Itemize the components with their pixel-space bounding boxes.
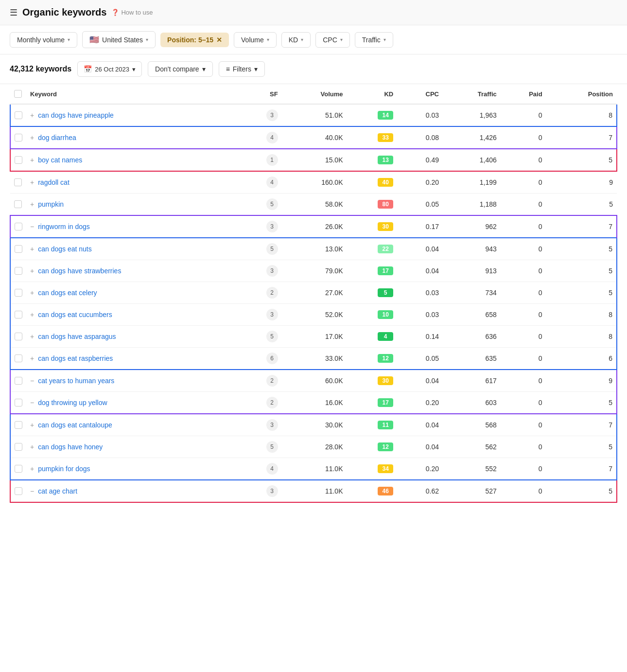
row-checkbox[interactable] [15,443,22,451]
keyword-link[interactable]: boy cat names [38,156,82,164]
plus-icon[interactable]: + [30,421,34,429]
position-cell: 5 [546,149,617,171]
plus-icon[interactable]: + [30,200,34,208]
keyword-cell: − dog throwing up yellow [26,392,240,414]
volume-cell: 58.0K [282,194,347,216]
keyword-link[interactable]: can dogs eat cucumbers [38,311,112,318]
plus-icon[interactable]: + [30,245,34,253]
plus-icon[interactable]: + [30,156,34,164]
plus-icon[interactable]: + [30,111,34,119]
row-checkbox[interactable] [15,156,22,164]
country-filter[interactable]: 🇺🇸 United States ▾ [82,31,156,48]
minus-icon[interactable]: − [30,487,34,495]
row-checkbox[interactable] [15,421,22,429]
plus-icon[interactable]: + [30,354,34,362]
kd-cell: 40 [347,171,398,194]
table-row: + dog diarrhea 440.0K330.081,42607 [10,126,617,149]
kd-cell: 17 [347,392,398,414]
row-checkbox[interactable] [15,399,22,407]
traffic-cell: 617 [443,370,501,392]
keyword-cell: − cat years to human years [26,370,240,392]
kd-column-header[interactable]: KD [347,84,398,104]
sf-badge: 3 [266,265,278,277]
keyword-link[interactable]: can dogs eat raspberries [38,354,113,362]
plus-icon[interactable]: + [30,267,34,275]
plus-icon[interactable]: + [30,289,34,297]
row-checkbox[interactable] [14,178,22,186]
keyword-link[interactable]: dog throwing up yellow [38,399,107,407]
row-checkbox[interactable] [14,200,22,208]
page-title: Organic keywords [22,7,106,18]
keyword-link[interactable]: cat age chart [38,487,77,495]
row-checkbox[interactable] [15,134,22,141]
plus-icon[interactable]: + [30,465,34,473]
paid-column-header[interactable]: Paid [501,84,546,104]
row-checkbox[interactable] [15,487,22,495]
keyword-link[interactable]: can dogs have honey [38,443,103,451]
keyword-link[interactable]: can dogs eat nuts [38,245,92,253]
row-checkbox[interactable] [15,267,22,275]
hamburger-icon[interactable]: ☰ [10,7,17,18]
sf-badge: 3 [266,419,278,431]
keyword-link[interactable]: can dogs eat cantaloupe [38,421,112,429]
plus-icon[interactable]: + [30,178,34,186]
plus-icon[interactable]: + [30,311,34,318]
keyword-link[interactable]: can dogs have asparagus [38,333,116,340]
paid-cell: 0 [501,171,546,194]
traffic-column-header[interactable]: Traffic [443,84,501,104]
row-checkbox[interactable] [15,223,22,230]
select-all-checkbox[interactable] [14,90,22,98]
cpc-cell: 0.03 [397,104,443,126]
keyword-link[interactable]: dog diarrhea [38,134,76,141]
plus-icon[interactable]: + [30,333,34,340]
row-checkbox[interactable] [15,377,22,385]
monthly-volume-filter[interactable]: Monthly volume ▾ [10,32,77,48]
row-checkbox[interactable] [15,289,22,297]
paid-cell: 0 [501,458,546,480]
row-checkbox[interactable] [15,311,22,318]
volume-filter[interactable]: Volume ▾ [234,32,277,48]
paid-cell: 0 [501,414,546,436]
row-checkbox[interactable] [15,354,22,362]
keyword-link[interactable]: pumpkin for dogs [38,465,90,473]
keyword-link[interactable]: can dogs eat celery [38,289,97,297]
compare-button[interactable]: Don't compare ▾ [148,61,213,77]
sf-column-header[interactable]: SF [240,84,281,104]
position-column-header[interactable]: Position [546,84,617,104]
chevron-down-icon: ▾ [146,37,148,42]
kd-badge: 14 [378,111,393,120]
close-icon[interactable]: ✕ [216,36,222,44]
kd-filter[interactable]: KD ▾ [281,32,311,48]
minus-icon[interactable]: − [30,399,34,407]
kd-cell: 4 [347,326,398,348]
row-checkbox[interactable] [15,245,22,253]
traffic-cell: 562 [443,436,501,458]
how-to-use-link[interactable]: ❓ How to use [111,9,153,16]
kd-badge: 30 [378,222,393,231]
row-checkbox-cell [10,260,26,282]
traffic-filter[interactable]: Traffic ▾ [355,32,393,48]
keyword-link[interactable]: can dogs have pineapple [38,111,114,119]
table-row: + can dogs eat cantaloupe 330.0K110.0456… [10,414,617,436]
filters-button[interactable]: ≡ Filters ▾ [219,61,265,77]
plus-icon[interactable]: + [30,443,34,451]
keyword-link[interactable]: cat years to human years [38,377,114,385]
keyword-link[interactable]: can dogs have strawberries [38,267,121,275]
keyword-link[interactable]: ragdoll cat [38,178,70,186]
minus-icon[interactable]: − [30,223,34,230]
date-picker[interactable]: 📅 26 Oct 2023 ▾ [77,61,142,77]
row-checkbox[interactable] [15,333,22,340]
row-checkbox[interactable] [15,465,22,473]
keyword-column-header[interactable]: Keyword [26,84,240,104]
keyword-link[interactable]: pumpkin [38,200,64,208]
volume-column-header[interactable]: Volume [282,84,347,104]
minus-icon[interactable]: − [30,377,34,385]
cpc-column-header[interactable]: CPC [397,84,443,104]
sf-badge: 1 [266,154,278,166]
cpc-filter[interactable]: CPC ▾ [315,32,350,48]
plus-icon[interactable]: + [30,134,34,141]
cpc-cell: 0.04 [397,238,443,260]
keyword-link[interactable]: ringworm in dogs [38,223,90,230]
select-all-checkbox-header[interactable] [10,84,26,104]
row-checkbox[interactable] [15,111,22,119]
